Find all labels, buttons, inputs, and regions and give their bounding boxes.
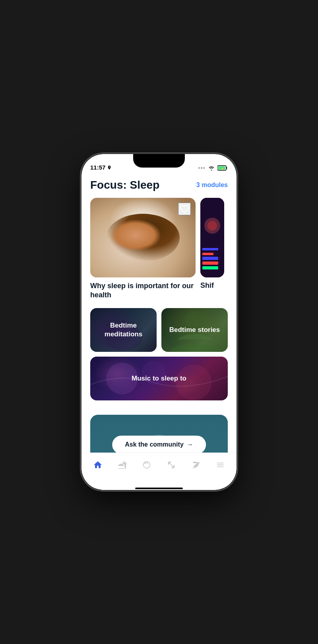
- nav-menu[interactable]: [208, 456, 233, 476]
- article-title-main: Why sleep is important for our health: [90, 281, 196, 300]
- nutrition-icon: [118, 461, 127, 472]
- ask-community-label: Ask the community: [125, 441, 184, 448]
- article-title-partial: Shif: [200, 281, 224, 290]
- category-stories[interactable]: Bedtime stories: [161, 308, 228, 352]
- page-title: Focus: Sleep: [90, 179, 159, 191]
- stories-label: Bedtime stories: [169, 326, 220, 334]
- svg-point-17: [207, 221, 217, 230]
- svg-rect-14: [202, 253, 213, 255]
- location-icon: [107, 165, 112, 170]
- svg-rect-6: [90, 230, 196, 277]
- articles-row: Why sleep is important for our health: [81, 198, 237, 300]
- notch: [133, 154, 185, 168]
- supplements-icon: [192, 461, 200, 472]
- svg-point-7: [90, 214, 196, 254]
- music-label: Music to sleep to: [132, 374, 186, 383]
- article-card-partial[interactable]: Shif: [200, 198, 224, 300]
- home-icon: [93, 460, 103, 472]
- wifi-icon: [208, 165, 215, 171]
- time-display: 11:57: [90, 164, 105, 171]
- community-section[interactable]: Ask the community → Get the answers you …: [90, 415, 228, 453]
- category-grid: Bedtime meditations Bedtime stories: [81, 300, 237, 357]
- fitness-icon: [167, 461, 176, 472]
- battery-icon: ⚡: [217, 165, 228, 171]
- nav-nutrition[interactable]: [110, 456, 135, 476]
- svg-point-8: [102, 232, 166, 267]
- nav-supplements[interactable]: [184, 456, 208, 476]
- page-header: Focus: Sleep 3 modules: [81, 174, 237, 198]
- status-icons: ⚡: [198, 165, 228, 171]
- heart-icon: [180, 204, 189, 214]
- nav-home[interactable]: [85, 456, 110, 476]
- nav-wellness[interactable]: [134, 456, 159, 476]
- home-indicator: [135, 488, 183, 489]
- signal-icon: [198, 166, 206, 170]
- svg-rect-13: [202, 258, 216, 260]
- arrow-icon: →: [187, 441, 193, 448]
- modules-badge: 3 modules: [196, 181, 228, 189]
- status-time: 11:57: [90, 164, 112, 171]
- svg-point-11: [120, 244, 123, 246]
- category-meditations[interactable]: Bedtime meditations: [90, 308, 157, 352]
- category-music[interactable]: Music to sleep to: [90, 357, 228, 400]
- article-card-main[interactable]: Why sleep is important for our health: [90, 198, 196, 300]
- svg-point-9: [138, 242, 186, 269]
- svg-rect-15: [202, 248, 218, 250]
- menu-icon: [216, 461, 225, 472]
- svg-point-1: [201, 167, 202, 169]
- partial-image-bg: [200, 198, 224, 277]
- nav-fitness[interactable]: [159, 456, 184, 476]
- svg-rect-12: [200, 198, 224, 277]
- svg-point-0: [198, 167, 200, 169]
- wellness-icon: [142, 461, 151, 472]
- meditations-label: Bedtime meditations: [105, 321, 142, 339]
- favorite-button[interactable]: [178, 203, 191, 215]
- svg-point-10: [104, 228, 140, 260]
- bottom-navigation: [81, 453, 237, 485]
- partial-illustration: [200, 198, 224, 277]
- ask-community-button[interactable]: Ask the community →: [112, 435, 206, 453]
- svg-point-2: [203, 167, 205, 169]
- scroll-content[interactable]: Focus: Sleep 3 modules: [81, 174, 237, 453]
- card-image-wrapper: [90, 198, 196, 277]
- phone-screen: 11:57: [81, 154, 237, 490]
- partial-card-image: [200, 198, 224, 277]
- phone-frame: 11:57: [81, 154, 237, 490]
- svg-text:⚡: ⚡: [221, 167, 224, 170]
